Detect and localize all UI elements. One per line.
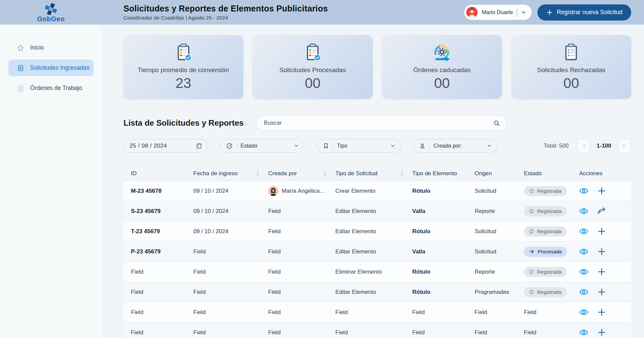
cell-creada-por: Field: [268, 228, 335, 235]
cell-fecha-ingreso: Field: [193, 329, 268, 336]
next-page-button[interactable]: [617, 139, 631, 153]
chevron-right-icon: [622, 143, 627, 148]
column-header-fecha-de-ingreso[interactable]: Fecha de ingreso: [193, 170, 268, 177]
stat-card-ordenes-caducadas: Órdenes caducadas 00: [382, 35, 502, 99]
sort-icon[interactable]: [256, 171, 259, 176]
cell-creada-por: Field: [268, 248, 335, 255]
eye-action-button[interactable]: [579, 227, 588, 236]
user-name: Mario Duarte: [482, 9, 513, 16]
estado-filter[interactable]: Estado: [220, 139, 304, 153]
plus-action-button[interactable]: [597, 186, 606, 195]
cell-id: Field: [123, 269, 193, 275]
pagination: 1-100: [577, 139, 631, 153]
logo-text: GobGeo: [37, 15, 65, 23]
stat-label: Tiempo promedio de conversión: [138, 66, 229, 74]
creada-por-name: Field: [268, 269, 281, 275]
eye-action-button[interactable]: [579, 247, 588, 256]
stat-label: Órdenes caducadas: [413, 66, 471, 74]
plus-action-button[interactable]: [597, 267, 606, 276]
chevron-down-icon: [390, 143, 395, 148]
chevron-down-icon: [487, 143, 492, 148]
header-titles: Solicitudes y Reportes de Elementos Publ…: [102, 4, 328, 21]
prev-page-button[interactable]: [577, 139, 591, 153]
chevron-left-icon: [581, 143, 586, 148]
sort-icon[interactable]: [323, 171, 327, 176]
status-badge: Registrada: [524, 206, 567, 216]
cell-estado: Registrada: [524, 267, 578, 277]
pentagon-icon: [529, 229, 534, 234]
column-label: Tipo de Elemento: [412, 170, 457, 177]
cell-creada-por: María Angélica…: [268, 186, 335, 196]
divider: [236, 142, 237, 149]
eye-action-button[interactable]: [579, 287, 588, 297]
sidebar-item-inicio[interactable]: Inicio: [8, 39, 93, 56]
sidebar-item-solicitudes-ingresadas[interactable]: Solicitudes Ingresadas: [8, 60, 93, 76]
table-row: M-23 4567809 / 10 / 2024María Angélica…C…: [123, 181, 631, 201]
plus-action-button[interactable]: [597, 328, 606, 337]
sidebar: Inicio Solicitudes Ingresadas Órdenes de…: [0, 25, 102, 338]
eye-action-button[interactable]: [579, 308, 588, 317]
search-input[interactable]: [264, 120, 493, 126]
creada-por-filter-label: Creada por:: [433, 143, 462, 149]
column-label: Estado: [524, 170, 542, 177]
eye-action-button[interactable]: [579, 186, 588, 195]
cell-origen: Reporte: [475, 208, 524, 215]
chevron-down-icon: [294, 143, 299, 148]
sidebar-item-ordenes-de-trabajo[interactable]: Órdenes de Trabajo: [8, 80, 93, 96]
tipo-filter[interactable]: Tipo: [316, 139, 401, 153]
total-count: Total: 500: [544, 143, 569, 149]
column-header-tipo-de-solicitud[interactable]: Tipo de Solicitud: [335, 170, 412, 177]
plus-icon: [546, 9, 553, 16]
cell-creada-por: Field: [268, 208, 335, 215]
table-row: S-23 4567909 / 10 / 2024FieldEditar Elem…: [123, 201, 631, 221]
search-icon[interactable]: [493, 120, 500, 127]
forward-action-button[interactable]: [597, 207, 606, 216]
status-label: Procesada: [538, 249, 562, 254]
cell-origen: Reporte: [475, 269, 524, 275]
cell-tipo-elemento: Valla: [412, 248, 475, 255]
plus-action-button[interactable]: [597, 287, 606, 297]
cell-tipo-solicitud: Editar Elemento: [335, 248, 412, 255]
sidebar-item-label: Solicitudes Ingresadas: [30, 64, 89, 71]
main-content: Tiempo promedio de conversión 23 Solicit…: [102, 25, 644, 338]
cell-id: T-23 45679: [123, 228, 193, 235]
bookmark-icon: [323, 143, 329, 149]
date-filter[interactable]: 25 / 08 / 2024: [123, 139, 208, 153]
plus-action-button[interactable]: [597, 227, 606, 236]
cell-acciones: [578, 328, 631, 337]
status-badge: Registrada: [524, 186, 567, 196]
creada-por-name: María Angélica…: [282, 188, 325, 194]
sort-icon[interactable]: [400, 171, 403, 176]
column-header-creada-por[interactable]: Creada por: [268, 170, 335, 177]
status-label: Registrada: [537, 269, 562, 275]
cell-origen: Programadas: [475, 289, 524, 296]
register-new-request-button[interactable]: Registrar nueva Solicitud: [537, 4, 631, 21]
list-header: Lista de Solicitudes y Reportes: [123, 115, 631, 131]
page-range: 1-100: [597, 143, 611, 149]
stat-value: 00: [305, 75, 321, 91]
creada-por-name: Field: [268, 228, 281, 235]
cell-fecha-ingreso: Field: [193, 269, 268, 275]
user-menu[interactable]: Mario Duarte: [464, 5, 532, 20]
plus-action-button[interactable]: [597, 308, 606, 317]
cell-tipo-solicitud: Eliminar Elemento: [335, 269, 412, 275]
cell-creada-por: Field: [268, 269, 335, 275]
stat-card-solicitudes-procesadas: Solicitudes Procesadas 00: [253, 35, 372, 99]
column-header-origen: Origen: [475, 170, 524, 177]
cell-acciones: [578, 186, 631, 195]
eye-action-button[interactable]: [579, 207, 588, 216]
document-icon: [17, 64, 24, 72]
plus-action-button[interactable]: [597, 247, 606, 256]
user-avatar: [268, 186, 278, 196]
eye-action-button[interactable]: [579, 267, 588, 276]
creada-por-filter[interactable]: Creada por:: [413, 139, 497, 153]
table-body: M-23 4567809 / 10 / 2024María Angélica…C…: [123, 181, 631, 338]
estado-text: Field: [524, 329, 536, 336]
stat-value: 23: [175, 75, 191, 91]
clipboard-check-icon: [303, 43, 323, 62]
cell-acciones: [578, 207, 631, 216]
table-row: FieldFieldFieldFieldFieldFieldField: [123, 302, 631, 322]
eye-action-button[interactable]: [579, 328, 588, 337]
table-row: FieldFieldFieldEliminar ElementoRótuloRe…: [123, 262, 631, 282]
date-value: 25 / 08 / 2024: [130, 143, 167, 149]
